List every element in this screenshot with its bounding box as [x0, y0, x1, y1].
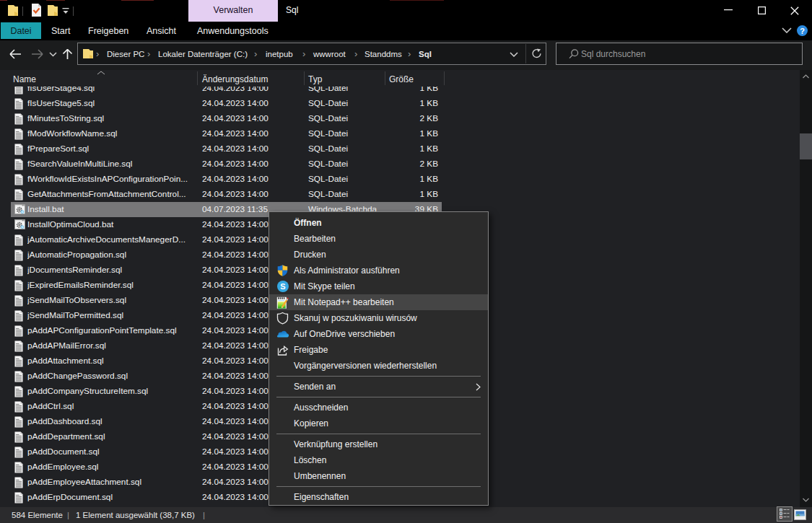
svg-text:S: S: [280, 282, 285, 291]
